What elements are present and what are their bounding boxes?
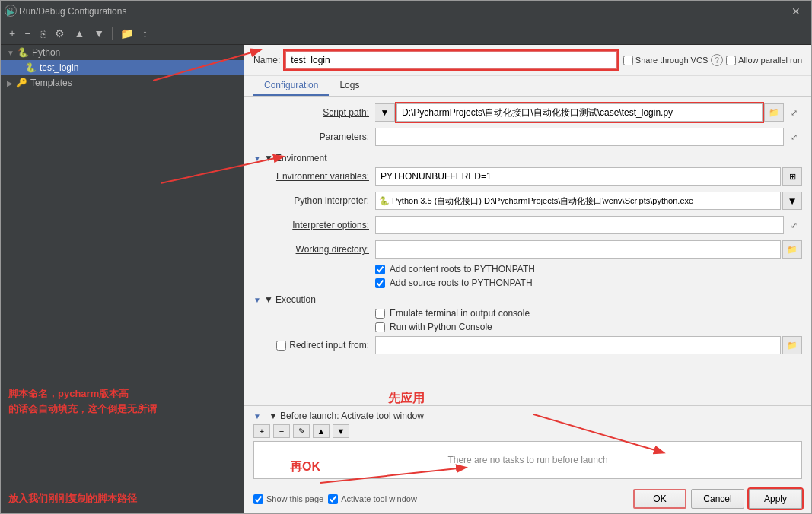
redirect-input-label-group: Redirect input from:	[253, 340, 375, 351]
allow-parallel-checkbox[interactable]	[726, 56, 736, 65]
redirect-input-label: Redirect input from:	[289, 340, 369, 351]
share-vcs-checkbox[interactable]	[623, 56, 633, 65]
run-debug-dialog: ▶ Run/Debug Configurations ✕ + − ⎘ ⚙ ▲ ▼…	[0, 0, 812, 514]
ok-button[interactable]: OK	[633, 489, 686, 509]
launch-empty-box: There are no tasks to run before launch	[253, 441, 802, 479]
add-content-roots-row: Add content roots to PYTHONPATH	[375, 264, 802, 274]
execution-section-header[interactable]: ▼ ▼ Execution	[253, 294, 802, 305]
show-page-checkbox[interactable]	[253, 494, 263, 504]
interpreter-options-field-group: ⤢	[375, 216, 802, 234]
env-variables-field-group: ⊞	[375, 167, 802, 186]
working-dir-input[interactable]	[375, 240, 781, 259]
help-icon[interactable]: ?	[711, 54, 723, 66]
env-variables-row: Environment variables: ⊞	[253, 167, 802, 186]
activate-tool-checkbox[interactable]	[328, 494, 338, 504]
launch-remove-btn[interactable]: −	[273, 424, 290, 438]
header-options: Share through VCS ? Allow parallel run	[623, 54, 802, 66]
parameters-input[interactable]	[375, 128, 784, 146]
launch-label: ▼ Before launch: Activate tool window	[269, 411, 424, 421]
add-content-roots-checkbox[interactable]	[375, 265, 385, 274]
redirect-input-row: Redirect input from: 📁	[253, 335, 802, 355]
script-path-browse[interactable]: 📁	[764, 103, 784, 122]
name-input[interactable]	[285, 51, 617, 69]
script-path-dropdown[interactable]: ▼	[375, 103, 395, 122]
working-dir-row: Working directory: 📁	[253, 240, 802, 259]
sort-button[interactable]: ↕	[139, 25, 151, 42]
redirect-input-checkbox[interactable]	[276, 341, 286, 351]
form-area: Script path: ▼ 📁 ⤢ Parameters: ⤢	[244, 97, 811, 405]
launch-empty-msg: There are no tasks to run before launch	[447, 455, 607, 465]
script-path-expand[interactable]: ⤢	[785, 103, 802, 122]
run-python-console-checkbox[interactable]	[375, 322, 385, 332]
launch-down-btn[interactable]: ▼	[333, 424, 349, 438]
add-source-roots-label: Add source roots to PYTHONPATH	[390, 278, 533, 288]
remove-button[interactable]: −	[21, 25, 34, 42]
expand-icon: ▼	[7, 49, 14, 57]
dialog-footer: Show this page Activate tool window OK C…	[244, 484, 811, 513]
script-icon: 🐍	[25, 62, 37, 73]
env-variables-input[interactable]	[375, 167, 781, 186]
add-content-roots-label: Add content roots to PYTHONPATH	[390, 264, 535, 274]
allow-parallel-checkbox-item: Allow parallel run	[726, 56, 802, 65]
interpreter-options-label: Interpreter options:	[253, 220, 375, 230]
bottom-help-icon[interactable]: ?	[5, 5, 17, 17]
working-dir-browse[interactable]: 📁	[782, 240, 802, 259]
redirect-input-input[interactable]	[375, 336, 781, 354]
exec-arrow-icon: ▼	[253, 296, 261, 304]
launch-add-btn[interactable]: +	[253, 424, 270, 438]
python-interpreter-row: Python interpreter: 🐍 Python 3.5 (自动化接口)…	[253, 191, 802, 211]
python-interpreter-value: Python 3.5 (自动化接口) D:\PycharmProjects\自动…	[392, 195, 693, 207]
working-dir-field-group: 📁	[375, 240, 802, 259]
parameters-expand[interactable]: ⤢	[785, 128, 802, 146]
allow-parallel-label: Allow parallel run	[738, 56, 802, 65]
add-source-roots-checkbox[interactable]	[375, 278, 385, 288]
copy-button[interactable]: ⎘	[36, 25, 49, 42]
cancel-button[interactable]: Cancel	[691, 489, 744, 509]
name-label: Name:	[253, 55, 280, 65]
interpreter-options-input[interactable]	[375, 216, 784, 234]
python-icon-small: 🐍	[379, 196, 390, 206]
title-text: Run/Debug Configurations	[19, 6, 787, 17]
settings-button[interactable]: ⚙	[51, 25, 68, 42]
run-python-console-label: Run with Python Console	[390, 322, 492, 332]
interpreter-dropdown[interactable]: ▼	[782, 192, 802, 210]
redirect-browse[interactable]: 📁	[782, 336, 802, 354]
script-path-row: Script path: ▼ 📁 ⤢	[253, 103, 802, 122]
tab-configuration[interactable]: Configuration	[253, 76, 329, 96]
close-button[interactable]: ✕	[787, 4, 805, 19]
launch-up-btn[interactable]: ▲	[313, 424, 330, 438]
launch-edit-btn[interactable]: ✎	[293, 424, 310, 438]
tree-test-login[interactable]: 🐍 test_login	[1, 60, 244, 75]
python-label: Python	[32, 47, 60, 58]
interpreter-options-expand[interactable]: ⤢	[785, 216, 802, 234]
title-bar: ▶ Run/Debug Configurations ✕	[1, 1, 811, 22]
interpreter-options-row: Interpreter options: ⤢	[253, 215, 802, 235]
right-panel: Name: Share through VCS ? Allow parallel…	[244, 45, 811, 513]
tree-python-group[interactable]: ▼ 🐍 Python	[1, 45, 244, 60]
script-path-input[interactable]	[396, 103, 763, 122]
annotation-left-top: 脚本命名，pycharm版本高 的话会自动填充，这个倒是无所谓	[1, 379, 244, 424]
share-vcs-label: Share through VCS	[635, 56, 708, 65]
tabs-row: Configuration Logs	[244, 76, 811, 97]
apply-button[interactable]: Apply	[749, 489, 802, 509]
tree-templates[interactable]: ▶ 🔑 Templates	[1, 75, 244, 90]
execution-label: ▼ Execution	[264, 294, 316, 305]
environment-section-header[interactable]: ▼ ▼ Environment	[253, 153, 802, 163]
env-variables-edit[interactable]: ⊞	[782, 167, 802, 186]
emulate-terminal-checkbox[interactable]	[375, 309, 385, 319]
launch-arrow-icon: ▼	[253, 412, 261, 420]
before-launch-section: ▼ ▼ Before launch: Activate tool window …	[244, 405, 811, 484]
test-login-label: test_login	[40, 62, 78, 73]
footer-buttons: OK Cancel Apply	[633, 489, 802, 509]
python-interpreter-field-group: 🐍 Python 3.5 (自动化接口) D:\PycharmProjects\…	[375, 192, 802, 210]
folder-button[interactable]: 📁	[116, 25, 137, 42]
working-dir-label: Working directory:	[253, 244, 375, 255]
env-arrow-icon: ▼	[253, 154, 261, 163]
tab-logs[interactable]: Logs	[329, 76, 370, 96]
launch-header: ▼ ▼ Before launch: Activate tool window	[253, 411, 802, 421]
python-interpreter-display: 🐍 Python 3.5 (自动化接口) D:\PycharmProjects\…	[375, 192, 781, 210]
move-up-button[interactable]: ▲	[70, 25, 88, 42]
add-button[interactable]: +	[5, 25, 19, 42]
activate-tool-label: Activate tool window	[341, 494, 417, 503]
move-down-button[interactable]: ▼	[90, 25, 108, 42]
